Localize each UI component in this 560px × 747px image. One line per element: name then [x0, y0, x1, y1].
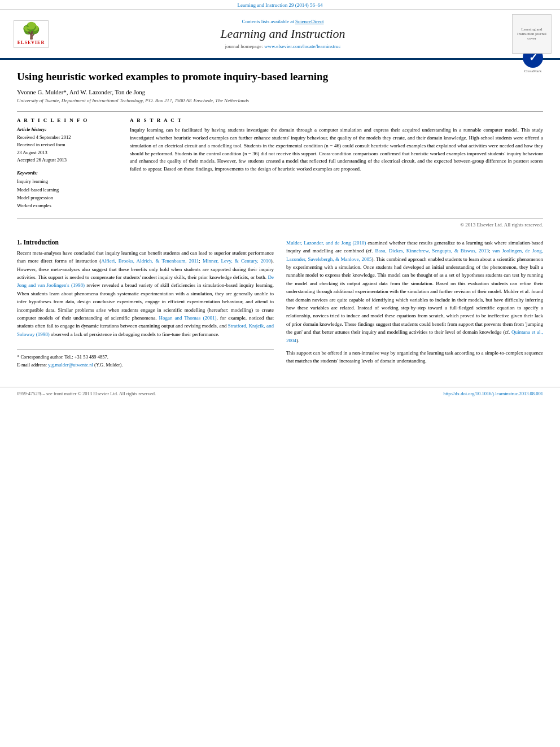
crossmark-label: CrossMark [524, 69, 541, 73]
ref-mulder2010[interactable]: Mulder, Lazonder, and de Jong (2010) [286, 240, 366, 246]
affiliation: University of Twente, Department of Inst… [17, 98, 543, 103]
article-history: Article history: Received 4 September 20… [17, 126, 119, 164]
elsevier-text: ELSEVIER [18, 40, 45, 45]
doi-anchor[interactable]: http://dx.doi.org/10.1016/j.learninstruc… [443, 391, 543, 396]
keyword-1: Inquiry learning [17, 177, 119, 185]
sciencedirect-link[interactable]: ScienceDirect [295, 19, 323, 24]
authors: Yvonne G. Mulder*, Ard W. Lazonder, Ton … [17, 89, 543, 95]
abstract-header: A B S T R A C T [130, 117, 543, 123]
journal-cover-logo: Learning and Instruction journal cover [509, 14, 554, 54]
section1-right-para2: This support can be offered in a non-int… [286, 349, 543, 365]
section1-para1: Recent meta-analyses have concluded that… [17, 249, 274, 338]
body-right-column: Mulder, Lazonder, and de Jong (2010) exa… [286, 239, 543, 370]
keywords-block: Keywords: Inquiry learning Model-based l… [17, 170, 119, 210]
received-date: Received 4 September 2012 [17, 134, 119, 142]
article-title: Using heuristic worked examples to promo… [17, 70, 543, 84]
footnote-area: * Corresponding author. Tel.: +31 53 489… [17, 350, 274, 369]
keyword-4: Worked examples [17, 202, 119, 209]
email-link[interactable]: y.g.mulder@utwente.nl [48, 362, 93, 368]
keywords-label: Keywords: [17, 170, 119, 176]
journal-info-bar: Learning and Instruction 29 (2014) 56–64 [0, 0, 560, 10]
ref-dejong[interactable]: De Jong and van Joolingen's (1998) [17, 274, 274, 288]
ref-stratford[interactable]: Stratford, Krajcik, and Soloway (1998) [17, 323, 274, 337]
received-revised-label: Received in revised form [17, 141, 119, 149]
info-abstract-section: A R T I C L E I N F O Article history: R… [17, 111, 543, 210]
sd-link: Contents lists available at ScienceDirec… [242, 19, 324, 24]
ref-minner[interactable]: Minner, Levy, & Century, 2010 [203, 258, 271, 264]
doi-link: http://dx.doi.org/10.1016/j.learninstruc… [443, 391, 543, 396]
issn-info: 0959-4752/$ – see front matter © 2013 El… [17, 391, 156, 396]
journal-title: Learning and Instruction [220, 27, 345, 41]
copyright-line: © 2013 Elsevier Ltd. All rights reserved… [17, 218, 543, 228]
accepted-date: Accepted 26 August 2013 [17, 156, 119, 164]
ref-basu[interactable]: Basu, Dickes, Kinnebrew, Sengupta, & Bis… [375, 248, 489, 254]
article-info-header: A R T I C L E I N F O [17, 117, 119, 123]
body-content: 1. Introduction Recent meta-analyses hav… [17, 239, 543, 370]
article-info-column: A R T I C L E I N F O Article history: R… [17, 117, 119, 210]
section1-right-para1: Mulder, Lazonder, and de Jong (2010) exa… [286, 239, 543, 344]
journal-cover-image: Learning and Instruction journal cover [512, 14, 552, 54]
journal-header: 🌳 ELSEVIER Contents lists available at S… [0, 10, 560, 60]
journal-center-info: Contents lists available at ScienceDirec… [62, 14, 504, 54]
ref-quintana[interactable]: Quintana et al., 2004 [286, 329, 543, 343]
main-content: ✓ CrossMark Using heuristic worked examp… [0, 60, 560, 381]
tree-icon: 🌳 [18, 23, 45, 39]
ref-hogan[interactable]: Hogan and Thomas (2001) [159, 315, 216, 321]
elsevier-logo-box: 🌳 ELSEVIER [14, 20, 49, 48]
abstract-text: Inquiry learning can be facilitated by h… [130, 126, 543, 174]
journal-volume-info: Learning and Instruction 29 (2014) 56–64 [237, 2, 322, 8]
ref-alfieri[interactable]: Alfieri, Brooks, Aldrich, & Tenenbaum, 2… [101, 258, 199, 264]
body-left-column: 1. Introduction Recent meta-analyses hav… [17, 239, 274, 370]
history-label: Article history: [17, 126, 119, 132]
corresponding-footnote: * Corresponding author. Tel.: +31 53 489… [17, 353, 274, 361]
email-footnote: E-mail address: y.g.mulder@utwente.nl (Y… [17, 361, 274, 369]
keyword-3: Model progression [17, 194, 119, 202]
section1-heading: 1. Introduction [17, 239, 274, 246]
revised-date: 23 August 2013 [17, 149, 119, 157]
elsevier-logo-area: 🌳 ELSEVIER [6, 14, 56, 54]
abstract-column: A B S T R A C T Inquiry learning can be … [130, 117, 543, 210]
journal-homepage: journal homepage: www.elsevier.com/locat… [225, 43, 341, 49]
keyword-2: Model-based learning [17, 186, 119, 194]
bottom-bar: 0959-4752/$ – see front matter © 2013 El… [0, 387, 560, 400]
